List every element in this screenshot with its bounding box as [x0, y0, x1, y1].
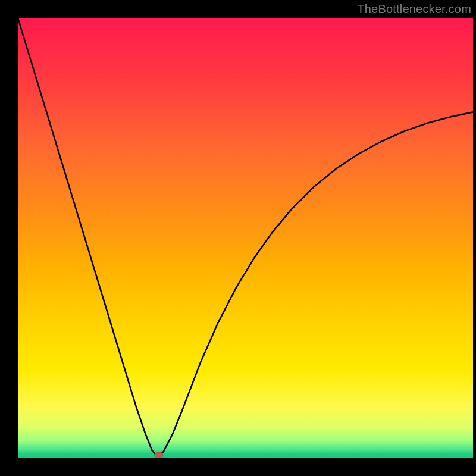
chart-frame: TheBottlenecker.com	[0, 0, 476, 476]
bottleneck-curve	[18, 18, 473, 456]
min-marker	[155, 452, 163, 458]
attribution-watermark: TheBottlenecker.com	[357, 2, 471, 16]
plot-area	[18, 18, 473, 458]
curve-layer	[18, 18, 473, 458]
